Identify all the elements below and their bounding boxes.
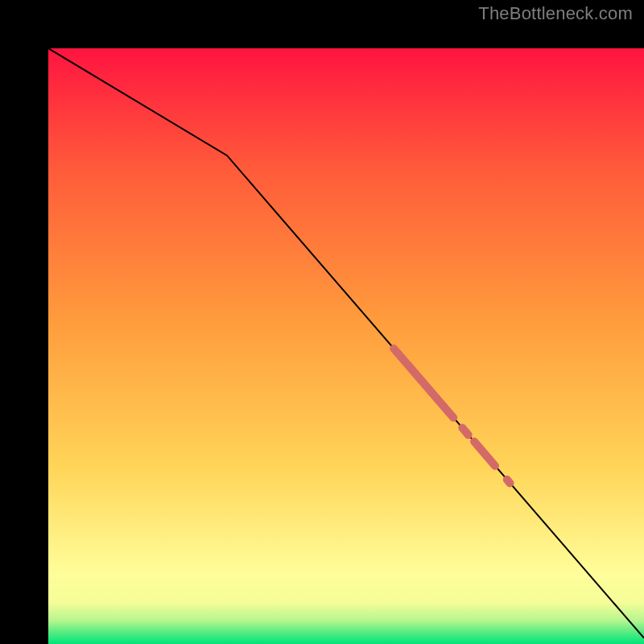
attribution-text: TheBottleneck.com	[478, 3, 633, 24]
highlight-dot-a	[462, 427, 468, 435]
plot-area	[24, 24, 620, 620]
chart-svg	[48, 48, 644, 644]
gradient-background	[48, 48, 644, 644]
highlight-dot-c	[507, 480, 510, 483]
